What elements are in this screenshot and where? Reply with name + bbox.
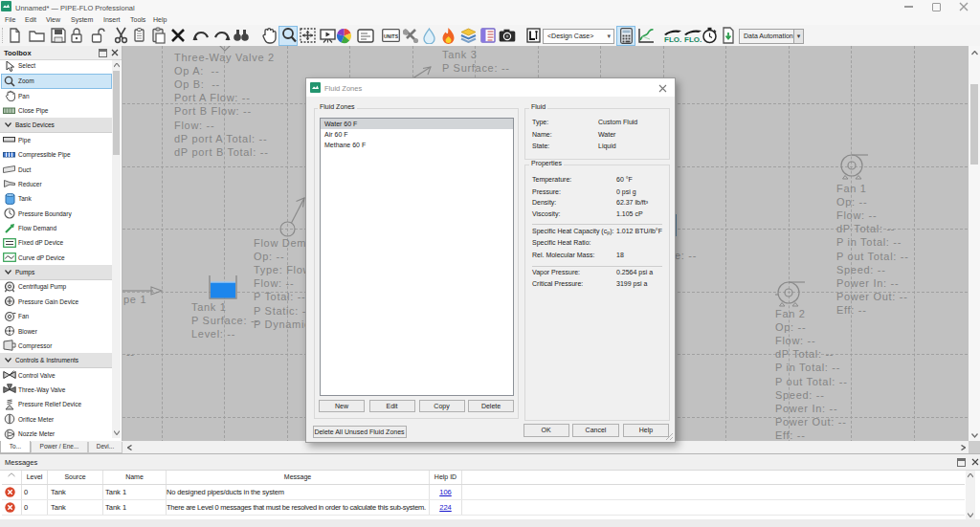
- svg-text:UNITS: UNITS: [384, 33, 399, 39]
- svg-text:FLO.: FLO.: [664, 35, 681, 44]
- svg-text:FLO.: FLO.: [684, 35, 702, 44]
